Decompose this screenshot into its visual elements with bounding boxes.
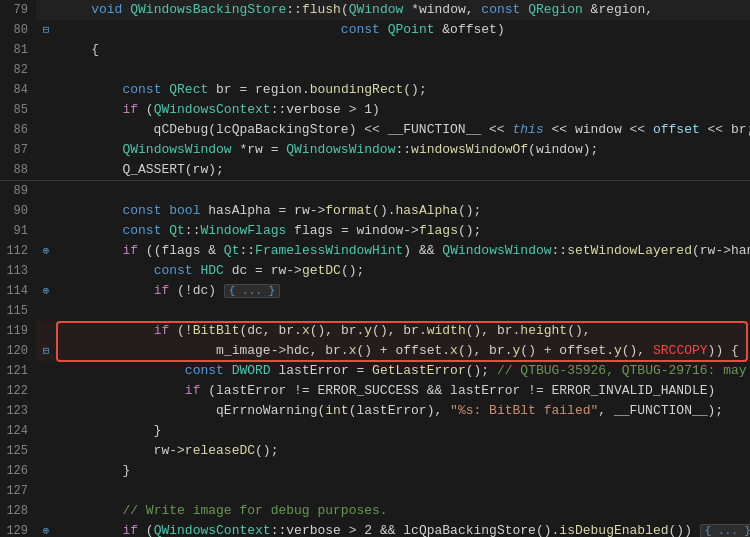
code-line: 88 Q_ASSERT(rw); (0, 160, 750, 181)
gutter-icon (36, 261, 56, 281)
code-line: 119 if (!BitBlt(dc, br.x(), br.y(), br.w… (0, 321, 750, 341)
gutter-icon (36, 120, 56, 140)
code-content: if (!dc) { ... } (56, 281, 750, 301)
code-content: rw->releaseDC(); (56, 441, 750, 461)
gutter-icon (36, 0, 56, 20)
line-number: 89 (0, 181, 36, 201)
code-line: 79 void QWindowsBackingStore::flush(QWin… (0, 0, 750, 20)
code-line: 122 if (lastError != ERROR_SUCCESS && la… (0, 381, 750, 401)
gutter-icon[interactable]: ⊕ (36, 521, 56, 537)
gutter-icon[interactable]: ⊕ (36, 241, 56, 261)
code-content: if (!BitBlt(dc, br.x(), br.y(), br.width… (56, 321, 750, 341)
code-editor: 79 void QWindowsBackingStore::flush(QWin… (0, 0, 750, 537)
gutter-icon (36, 501, 56, 521)
line-number: 88 (0, 160, 36, 180)
gutter-icon (36, 481, 56, 501)
code-content: QWindowsWindow *rw = QWindowsWindow::win… (56, 140, 750, 160)
code-content: qCDebug(lcQpaBackingStore) << __FUNCTION… (56, 120, 750, 140)
line-number: 90 (0, 201, 36, 221)
code-line: 121 const DWORD lastError = GetLastError… (0, 361, 750, 381)
line-number: 123 (0, 401, 36, 421)
line-number: 129 (0, 521, 36, 537)
gutter-icon (36, 421, 56, 441)
code-line: 113 const HDC dc = rw->getDC(); (0, 261, 750, 281)
code-line: 129⊕ if (QWindowsContext::verbose > 2 &&… (0, 521, 750, 537)
code-content: m_image->hdc, br.x() + offset.x(), br.y(… (56, 341, 750, 361)
line-number: 115 (0, 301, 36, 321)
gutter-icon (36, 361, 56, 381)
line-number: 124 (0, 421, 36, 441)
code-content: if (QWindowsContext::verbose > 2 && lcQp… (56, 521, 750, 537)
code-line: 120⊟ m_image->hdc, br.x() + offset.x(), … (0, 341, 750, 361)
code-content: const QRect br = region.boundingRect(); (56, 80, 750, 100)
code-content (56, 481, 750, 501)
gutter-icon (36, 40, 56, 60)
code-content: if (QWindowsContext::verbose > 1) (56, 100, 750, 120)
code-line: 81 { (0, 40, 750, 60)
line-number: 128 (0, 501, 36, 521)
line-number: 80 (0, 20, 36, 40)
gutter-icon[interactable]: ⊟ (36, 20, 56, 40)
code-line: 89 (0, 181, 750, 201)
code-line: 124 } (0, 421, 750, 441)
code-content: if (lastError != ERROR_SUCCESS && lastEr… (56, 381, 750, 401)
code-line: 128 // Write image for debug purposes. (0, 501, 750, 521)
line-number: 86 (0, 120, 36, 140)
gutter-icon (36, 221, 56, 241)
code-content (56, 301, 750, 321)
code-line: 85 if (QWindowsContext::verbose > 1) (0, 100, 750, 120)
code-line: 114⊕ if (!dc) { ... } (0, 281, 750, 301)
code-line: 112⊕ if ((flags & Qt::FramelessWindowHin… (0, 241, 750, 261)
line-number: 127 (0, 481, 36, 501)
code-line: 84 const QRect br = region.boundingRect(… (0, 80, 750, 100)
code-content: Q_ASSERT(rw); (56, 160, 750, 180)
code-content: const HDC dc = rw->getDC(); (56, 261, 750, 281)
code-line: 127 (0, 481, 750, 501)
code-content: } (56, 461, 750, 481)
code-line: 91 const Qt::WindowFlags flags = window-… (0, 221, 750, 241)
code-content: if ((flags & Qt::FramelessWindowHint) &&… (56, 241, 750, 261)
gutter-icon (36, 60, 56, 80)
gutter-icon (36, 441, 56, 461)
gutter-icon (36, 401, 56, 421)
line-number: 122 (0, 381, 36, 401)
code-content: { (56, 40, 750, 60)
gutter-icon (36, 140, 56, 160)
code-content: const bool hasAlpha = rw->format().hasAl… (56, 201, 750, 221)
code-line: 123 qErrnoWarning(int(lastError), "%s: B… (0, 401, 750, 421)
code-line: 126 } (0, 461, 750, 481)
line-number: 120 (0, 341, 36, 361)
code-line: 86 qCDebug(lcQpaBackingStore) << __FUNCT… (0, 120, 750, 140)
code-content (56, 60, 750, 80)
gutter-icon (36, 201, 56, 221)
gutter-icon[interactable]: ⊕ (36, 281, 56, 301)
line-number: 79 (0, 0, 36, 20)
gutter-icon (36, 160, 56, 180)
line-number: 82 (0, 60, 36, 80)
code-content (56, 181, 750, 201)
code-content: const DWORD lastError = GetLastError(); … (56, 361, 750, 381)
line-number: 113 (0, 261, 36, 281)
gutter-icon (36, 80, 56, 100)
line-number: 125 (0, 441, 36, 461)
code-line: 80⊟ const QPoint &offset) (0, 20, 750, 40)
code-line: 125 rw->releaseDC(); (0, 441, 750, 461)
line-number: 87 (0, 140, 36, 160)
line-number: 85 (0, 100, 36, 120)
gutter-icon[interactable]: ⊟ (36, 341, 56, 361)
code-content: qErrnoWarning(int(lastError), "%s: BitBl… (56, 401, 750, 421)
line-number: 112 (0, 241, 36, 261)
code-content: // Write image for debug purposes. (56, 501, 750, 521)
code-content: } (56, 421, 750, 441)
code-line: 90 const bool hasAlpha = rw->format().ha… (0, 201, 750, 221)
gutter-icon (36, 381, 56, 401)
code-content: const Qt::WindowFlags flags = window->fl… (56, 221, 750, 241)
line-number: 121 (0, 361, 36, 381)
gutter-icon (36, 181, 56, 201)
code-line: 87 QWindowsWindow *rw = QWindowsWindow::… (0, 140, 750, 160)
line-number: 114 (0, 281, 36, 301)
gutter-icon (36, 301, 56, 321)
line-number: 84 (0, 80, 36, 100)
gutter-icon (36, 100, 56, 120)
code-content: void QWindowsBackingStore::flush(QWindow… (56, 0, 750, 20)
